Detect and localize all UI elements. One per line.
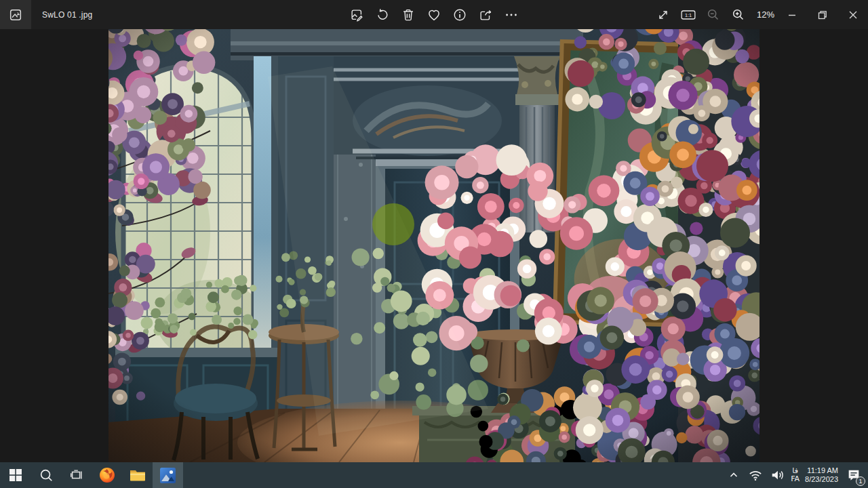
action-center-icon[interactable]: 1 <box>844 465 864 485</box>
filename: SwLO 01 .jpg <box>42 10 92 20</box>
file-explorer-icon[interactable] <box>122 462 153 488</box>
info-icon[interactable] <box>450 5 469 24</box>
photo-viewer-canvas <box>0 29 868 462</box>
photo-toolbar <box>347 0 521 29</box>
close-button[interactable] <box>837 0 868 29</box>
tray-time: 11:19 AM <box>807 466 838 475</box>
rotate-icon[interactable] <box>373 5 392 24</box>
vignette <box>108 29 760 462</box>
svg-text:1:1: 1:1 <box>685 12 692 18</box>
start-button[interactable] <box>0 462 31 488</box>
favorite-heart-icon[interactable] <box>425 5 443 24</box>
tray-date: 8/23/2023 <box>805 475 838 484</box>
titlebar: SwLO 01 .jpg <box>0 0 868 29</box>
zoom-out-icon[interactable] <box>704 5 723 24</box>
edit-image-icon[interactable] <box>347 5 366 24</box>
delete-icon[interactable] <box>399 5 418 24</box>
see-more-icon[interactable] <box>502 5 521 24</box>
taskbar: فا FA 11:19 AM 8/23/2023 1 <box>0 462 868 488</box>
taskbar-empty-area <box>183 462 726 488</box>
taskbar-clock[interactable]: 11:19 AM 8/23/2023 <box>805 466 838 483</box>
zoom-in-icon[interactable] <box>729 5 748 24</box>
search-button[interactable] <box>31 462 61 488</box>
zoom-controls: 1:1 12% <box>654 0 774 29</box>
cursor-highlight-circle <box>372 203 414 245</box>
window-controls <box>776 0 868 29</box>
actual-size-icon[interactable]: 1:1 <box>679 5 698 24</box>
zoom-level: 12% <box>757 9 774 20</box>
system-tray: فا FA 11:19 AM 8/23/2023 1 <box>726 462 868 488</box>
photos-app-icon[interactable] <box>0 0 31 29</box>
minimize-button[interactable] <box>776 0 807 29</box>
chevron-up-icon[interactable] <box>726 466 742 485</box>
task-view-button[interactable] <box>61 462 92 488</box>
photos-taskbar-icon[interactable] <box>153 462 183 488</box>
wifi-icon[interactable] <box>747 466 764 485</box>
volume-icon[interactable] <box>769 466 785 485</box>
fullscreen-icon[interactable] <box>654 5 673 24</box>
photo-image[interactable] <box>108 29 760 462</box>
language-indicator[interactable]: فا FA <box>791 467 800 483</box>
firefox-icon[interactable] <box>92 462 122 488</box>
restore-button[interactable] <box>807 0 837 29</box>
share-icon[interactable] <box>476 5 495 24</box>
notification-badge: 1 <box>856 476 865 486</box>
